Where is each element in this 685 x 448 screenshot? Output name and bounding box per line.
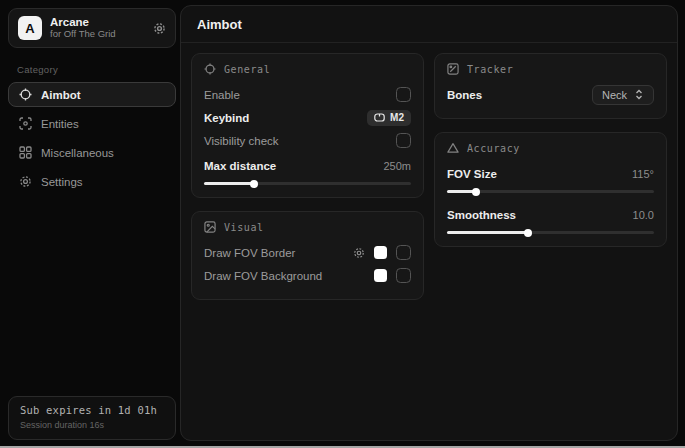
keybind-row: Keybind M2 xyxy=(204,106,411,129)
app-logo: A xyxy=(18,16,42,40)
slider-fill xyxy=(204,182,254,185)
visibility-check-checkbox[interactable] xyxy=(396,133,411,148)
tracker-icon xyxy=(447,63,459,75)
slider-fill xyxy=(447,231,528,234)
enable-checkbox[interactable] xyxy=(396,87,411,102)
fov-size-row: FOV Size 115° xyxy=(447,162,654,185)
content-grid: General Enable Keybind M2 xyxy=(181,43,677,310)
sidebar-item-label: Settings xyxy=(41,176,83,188)
sidebar-item-label: Miscellaneous xyxy=(41,147,114,159)
main-header: Aimbot xyxy=(181,6,677,43)
smoothness-value: 10.0 xyxy=(633,209,654,221)
session-duration-text: Session duration 16s xyxy=(20,419,164,433)
sidebar-item-miscellaneous[interactable]: Miscellaneous xyxy=(8,140,176,165)
keybind-label: Keybind xyxy=(204,112,249,124)
max-distance-value: 250m xyxy=(383,160,411,172)
tracker-panel: Tracker Bones Neck xyxy=(434,53,667,119)
fov-size-label: FOV Size xyxy=(447,168,497,180)
max-distance-row: Max distance 250m xyxy=(204,154,411,177)
subscription-card: Sub expires in 1d 01h Session duration 1… xyxy=(8,396,176,440)
fov-background-checkbox[interactable] xyxy=(396,268,411,283)
fov-background-row: Draw FOV Background xyxy=(204,264,411,287)
main-panel: Aimbot General Enable K xyxy=(180,5,678,441)
sidebar-item-aimbot[interactable]: Aimbot xyxy=(8,82,176,107)
smoothness-label: Smoothness xyxy=(447,209,516,221)
scan-eye-icon xyxy=(19,117,32,130)
sidebar-nav: Aimbot Entities Miscellaneous xyxy=(8,82,176,194)
category-label: Category xyxy=(17,64,167,75)
visual-panel: Visual Draw FOV Border xyxy=(191,211,424,300)
max-distance-slider[interactable] xyxy=(204,182,411,185)
grid-icon xyxy=(19,146,32,159)
fov-background-color-swatch[interactable] xyxy=(374,269,387,282)
slider-fill xyxy=(447,190,476,193)
page-title: Aimbot xyxy=(197,17,661,32)
sidebar-item-label: Aimbot xyxy=(41,89,81,101)
bones-label: Bones xyxy=(447,89,482,101)
app-subtitle: for Off The Grid xyxy=(50,29,145,40)
bones-dropdown[interactable]: Neck xyxy=(592,85,654,105)
accuracy-panel: Accuracy FOV Size 115° Smoothness 10.0 xyxy=(434,132,667,247)
general-panel: General Enable Keybind M2 xyxy=(191,53,424,198)
fov-border-label: Draw FOV Border xyxy=(204,247,295,259)
bones-row: Bones Neck xyxy=(447,83,654,106)
fov-size-slider[interactable] xyxy=(447,190,654,193)
app-header-card: A Arcane for Off The Grid xyxy=(8,8,176,48)
bones-selected-value: Neck xyxy=(602,89,627,101)
sub-expiry-text: Sub expires in 1d 01h xyxy=(20,403,164,419)
fov-size-value: 115° xyxy=(632,168,654,180)
enable-row: Enable xyxy=(204,83,411,106)
visibility-check-label: Visibility check xyxy=(204,135,279,147)
mouse-icon xyxy=(374,113,385,122)
smoothness-slider[interactable] xyxy=(447,231,654,234)
panel-title: General xyxy=(224,64,270,75)
smoothness-row: Smoothness 10.0 xyxy=(447,203,654,226)
panel-title: Tracker xyxy=(467,64,513,75)
fov-border-row: Draw FOV Border xyxy=(204,241,411,264)
gear-icon xyxy=(19,175,32,188)
sidebar: A Arcane for Off The Grid Category Aimbo… xyxy=(8,8,176,440)
max-distance-label: Max distance xyxy=(204,160,276,172)
triangle-icon xyxy=(447,142,459,154)
crosshair-icon xyxy=(204,63,216,75)
chevrons-up-down-icon xyxy=(634,89,644,100)
visibility-check-row: Visibility check xyxy=(204,129,411,152)
keybind-value: M2 xyxy=(390,112,404,123)
keybind-button[interactable]: M2 xyxy=(367,110,411,126)
image-icon xyxy=(204,221,216,233)
gear-icon[interactable] xyxy=(153,22,166,35)
crosshair-icon xyxy=(19,88,32,101)
panel-title: Visual xyxy=(224,222,264,233)
enable-label: Enable xyxy=(204,89,240,101)
fov-background-label: Draw FOV Background xyxy=(204,270,322,282)
fov-border-checkbox[interactable] xyxy=(396,245,411,260)
panel-title: Accuracy xyxy=(467,143,520,154)
sidebar-item-entities[interactable]: Entities xyxy=(8,111,176,136)
gear-icon[interactable] xyxy=(353,247,365,259)
sidebar-item-label: Entities xyxy=(41,118,79,130)
fov-border-color-swatch[interactable] xyxy=(374,246,387,259)
sidebar-item-settings[interactable]: Settings xyxy=(8,169,176,194)
